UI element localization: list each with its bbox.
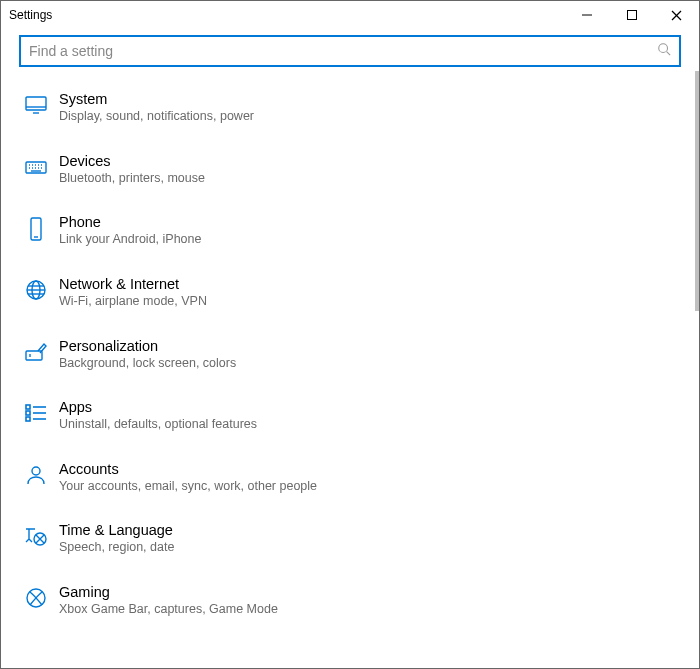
category-text: DevicesBluetooth, printers, mouse bbox=[53, 153, 205, 187]
category-desc: Xbox Game Bar, captures, Game Mode bbox=[59, 602, 278, 618]
svg-line-5 bbox=[667, 52, 671, 56]
svg-rect-30 bbox=[26, 405, 30, 409]
category-name: Network & Internet bbox=[59, 276, 207, 292]
window-controls bbox=[564, 1, 699, 29]
phone-icon bbox=[19, 214, 53, 242]
category-text: PersonalizationBackground, lock screen, … bbox=[53, 338, 236, 372]
category-desc: Link your Android, iPhone bbox=[59, 232, 201, 248]
time-language-icon bbox=[19, 522, 53, 548]
category-name: Time & Language bbox=[59, 522, 174, 538]
close-button[interactable] bbox=[654, 1, 699, 29]
category-phone[interactable]: PhoneLink your Android, iPhone bbox=[19, 200, 691, 262]
category-apps[interactable]: AppsUninstall, defaults, optional featur… bbox=[19, 385, 691, 447]
xbox-icon bbox=[19, 584, 53, 610]
category-name: Devices bbox=[59, 153, 205, 169]
category-name: Phone bbox=[59, 214, 201, 230]
person-icon bbox=[19, 461, 53, 487]
category-text: PhoneLink your Android, iPhone bbox=[53, 214, 201, 248]
category-accounts[interactable]: AccountsYour accounts, email, sync, work… bbox=[19, 447, 691, 509]
svg-rect-34 bbox=[26, 417, 30, 421]
category-gaming[interactable]: GamingXbox Game Bar, captures, Game Mode bbox=[19, 570, 691, 632]
svg-rect-6 bbox=[26, 97, 46, 110]
category-text: SystemDisplay, sound, notifications, pow… bbox=[53, 91, 254, 125]
keyboard-icon bbox=[19, 153, 53, 179]
search-icon bbox=[657, 42, 671, 60]
category-desc: Speech, region, date bbox=[59, 540, 174, 556]
globe-icon bbox=[19, 276, 53, 302]
category-desc: Bluetooth, printers, mouse bbox=[59, 171, 205, 187]
category-desc: Display, sound, notifications, power bbox=[59, 109, 254, 125]
search-wrap bbox=[1, 29, 699, 71]
category-text: Network & InternetWi-Fi, airplane mode, … bbox=[53, 276, 207, 310]
category-list: SystemDisplay, sound, notifications, pow… bbox=[1, 71, 691, 632]
category-text: Time & LanguageSpeech, region, date bbox=[53, 522, 174, 556]
category-name: Accounts bbox=[59, 461, 317, 477]
content-area: SystemDisplay, sound, notifications, pow… bbox=[1, 71, 699, 668]
scrollbar-thumb[interactable] bbox=[695, 71, 699, 311]
maximize-button[interactable] bbox=[609, 1, 654, 29]
window-title: Settings bbox=[9, 8, 52, 22]
apps-list-icon bbox=[19, 399, 53, 425]
category-time[interactable]: Time & LanguageSpeech, region, date bbox=[19, 508, 691, 570]
svg-point-4 bbox=[659, 44, 668, 53]
category-desc: Uninstall, defaults, optional features bbox=[59, 417, 257, 433]
category-name: Apps bbox=[59, 399, 257, 415]
titlebar: Settings bbox=[1, 1, 699, 29]
category-system[interactable]: SystemDisplay, sound, notifications, pow… bbox=[19, 77, 691, 139]
settings-window: Settings SystemDispl bbox=[0, 0, 700, 669]
category-personalization[interactable]: PersonalizationBackground, lock screen, … bbox=[19, 324, 691, 386]
category-desc: Your accounts, email, sync, work, other … bbox=[59, 479, 317, 495]
category-desc: Background, lock screen, colors bbox=[59, 356, 236, 372]
search-box[interactable] bbox=[19, 35, 681, 67]
category-name: Personalization bbox=[59, 338, 236, 354]
svg-point-36 bbox=[32, 467, 40, 475]
monitor-icon bbox=[19, 91, 53, 117]
svg-rect-32 bbox=[26, 411, 30, 415]
category-devices[interactable]: DevicesBluetooth, printers, mouse bbox=[19, 139, 691, 201]
category-name: System bbox=[59, 91, 254, 107]
category-text: AccountsYour accounts, email, sync, work… bbox=[53, 461, 317, 495]
svg-rect-28 bbox=[26, 351, 42, 360]
scrollbar[interactable] bbox=[693, 71, 699, 668]
paintbrush-icon bbox=[19, 338, 53, 364]
svg-rect-1 bbox=[627, 11, 636, 20]
category-text: AppsUninstall, defaults, optional featur… bbox=[53, 399, 257, 433]
search-input[interactable] bbox=[29, 43, 657, 59]
category-desc: Wi-Fi, airplane mode, VPN bbox=[59, 294, 207, 310]
category-name: Gaming bbox=[59, 584, 278, 600]
category-text: GamingXbox Game Bar, captures, Game Mode bbox=[53, 584, 278, 618]
category-network[interactable]: Network & InternetWi-Fi, airplane mode, … bbox=[19, 262, 691, 324]
minimize-button[interactable] bbox=[564, 1, 609, 29]
